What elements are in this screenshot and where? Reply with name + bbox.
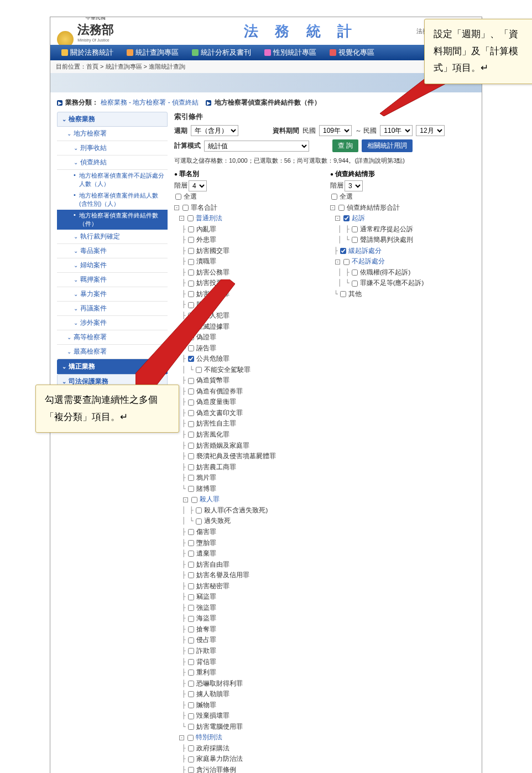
sidebar-item[interactable]: ⌄高等檢察署 <box>57 330 168 345</box>
sidebar-item[interactable]: ⌄婦幼案件 <box>57 258 168 273</box>
tree-checkbox[interactable] <box>188 313 194 319</box>
tree-checkbox[interactable] <box>188 594 194 600</box>
nav-visual[interactable]: 視覺化專區 <box>323 48 381 58</box>
range-year-to[interactable]: 110年 <box>380 125 413 136</box>
tree-checkbox[interactable] <box>188 713 194 719</box>
crime-level-select[interactable]: 4 <box>189 180 207 191</box>
tree-checkbox[interactable] <box>188 237 194 243</box>
tree-checkbox-checked[interactable] <box>340 248 346 254</box>
sidebar-item[interactable]: ⌄羈押案件 <box>57 273 168 287</box>
nav-analysis[interactable]: 統計分析及書刊 <box>185 48 258 58</box>
tree-checkbox[interactable] <box>188 670 194 676</box>
sidebar-item[interactable]: ⌄矯正業務 <box>57 359 168 374</box>
sidebar-item[interactable]: ⌄涉外案件 <box>57 316 168 330</box>
tree-checkbox[interactable] <box>188 464 194 470</box>
sidebar-item[interactable]: ⌄暴力案件 <box>57 287 168 302</box>
tree-checkbox[interactable] <box>188 583 194 589</box>
tree-checkbox[interactable] <box>352 281 358 287</box>
sidebar-item[interactable]: ⌄地方檢察署 <box>57 127 168 141</box>
tree-checkbox[interactable] <box>340 291 346 297</box>
tree-checkbox[interactable] <box>188 410 194 416</box>
nav-about[interactable]: 關於法務統計 <box>55 48 120 58</box>
tree-checkbox[interactable] <box>352 269 358 276</box>
crime-select-all[interactable] <box>175 194 181 200</box>
sidebar-leaf-selected[interactable]: 地方檢察署偵查案件終結件數（件） <box>57 210 168 230</box>
tree-checkbox[interactable] <box>188 302 194 308</box>
tree-checkbox[interactable] <box>188 269 194 276</box>
tree-checkbox[interactable] <box>188 659 194 665</box>
tree-checkbox[interactable] <box>187 735 194 741</box>
range-year-from[interactable]: 109年 <box>319 125 352 136</box>
tree-checkbox[interactable] <box>188 605 194 611</box>
tree-checkbox[interactable] <box>188 756 194 762</box>
tree-checkbox[interactable] <box>188 626 194 632</box>
tree-checkbox[interactable] <box>188 745 194 751</box>
tree-checkbox[interactable] <box>187 215 194 221</box>
nav-query[interactable]: 統計查詢專區 <box>120 48 185 58</box>
sidebar-item[interactable]: ⌄執行裁判確定 <box>57 230 168 244</box>
collapse-icon[interactable]: - <box>335 260 340 264</box>
terms-button[interactable]: 相關統計用詞 <box>362 139 413 152</box>
tree-checkbox[interactable] <box>188 345 194 351</box>
tree-checkbox[interactable] <box>188 388 194 395</box>
tree-checkbox[interactable] <box>188 475 194 481</box>
tree-checkbox[interactable] <box>188 443 194 449</box>
tree-checkbox[interactable] <box>196 518 202 525</box>
tree-checkbox[interactable] <box>188 637 194 644</box>
tree-checkbox[interactable] <box>188 616 194 622</box>
tree-checkbox[interactable] <box>188 540 194 546</box>
collapse-icon[interactable]: - <box>335 216 340 221</box>
tree-checkbox[interactable] <box>188 432 194 438</box>
sidebar-leaf[interactable]: 地方檢察署偵查案件不起訴處分人數（人） <box>57 170 168 190</box>
collapse-icon[interactable]: - <box>330 205 335 210</box>
tree-checkbox[interactable] <box>188 691 194 697</box>
tree-checkbox[interactable] <box>188 378 194 384</box>
tree-checkbox[interactable] <box>188 648 194 654</box>
tree-checkbox[interactable] <box>343 259 350 265</box>
tree-checkbox[interactable] <box>188 400 194 406</box>
tree-checkbox[interactable] <box>182 205 189 211</box>
tree-checkbox[interactable] <box>188 334 194 340</box>
query-button[interactable]: 查 詢 <box>332 139 358 152</box>
tree-checkbox[interactable] <box>352 237 358 243</box>
tree-checkbox[interactable] <box>188 724 194 730</box>
collapse-icon[interactable]: - <box>179 735 184 740</box>
tree-checkbox[interactable] <box>188 562 194 568</box>
tree-checkbox[interactable] <box>352 226 358 232</box>
sidebar-item[interactable]: ⌄毒品案件 <box>57 244 168 258</box>
nav-gender[interactable]: 性別統計專區 <box>258 48 323 58</box>
mode-select[interactable]: 統計值 <box>204 141 309 152</box>
tree-checkbox-checked[interactable] <box>188 356 194 362</box>
tree-checkbox[interactable] <box>188 767 194 773</box>
category-path[interactable]: 檢察業務 - 地方檢察署 - 偵查終結 <box>101 98 199 106</box>
tree-checkbox[interactable] <box>191 497 197 503</box>
tree-checkbox[interactable] <box>196 367 202 373</box>
range-month-to[interactable]: 12月 <box>416 125 445 136</box>
tree-checkbox[interactable] <box>188 551 194 557</box>
sidebar-item[interactable]: ⌄檢察業務 <box>57 112 168 127</box>
tree-checkbox[interactable] <box>338 205 345 211</box>
tree-checkbox[interactable] <box>188 248 194 254</box>
sidebar-item[interactable]: ⌄再議案件 <box>57 302 168 316</box>
collapse-icon[interactable]: - <box>183 497 188 502</box>
tree-checkbox[interactable] <box>188 572 194 578</box>
tree-checkbox[interactable] <box>196 507 202 513</box>
sidebar-item[interactable]: ⌄最高檢察署 <box>57 345 168 359</box>
sidebar-item[interactable]: ⌄偵查終結 <box>57 155 168 170</box>
tree-checkbox[interactable] <box>188 281 194 287</box>
tree-checkbox[interactable] <box>188 324 194 330</box>
tree-checkbox[interactable] <box>188 226 194 232</box>
tree-checkbox[interactable] <box>188 453 194 459</box>
tree-checkbox[interactable] <box>188 259 194 265</box>
tree-checkbox[interactable] <box>188 486 194 492</box>
tree-checkbox[interactable] <box>188 529 194 535</box>
sidebar-item[interactable]: ⌄刑事收結 <box>57 141 168 155</box>
result-level-select[interactable]: 3 <box>345 180 363 191</box>
tree-checkbox[interactable] <box>188 291 194 297</box>
sidebar-leaf[interactable]: 地方檢察署偵查案件終結人數(含性別)（人） <box>57 190 168 210</box>
tree-checkbox-checked[interactable] <box>343 215 350 221</box>
result-select-all[interactable] <box>331 194 337 200</box>
tree-checkbox[interactable] <box>188 681 194 687</box>
collapse-icon[interactable]: - <box>179 216 184 221</box>
tree-checkbox[interactable] <box>188 421 194 427</box>
